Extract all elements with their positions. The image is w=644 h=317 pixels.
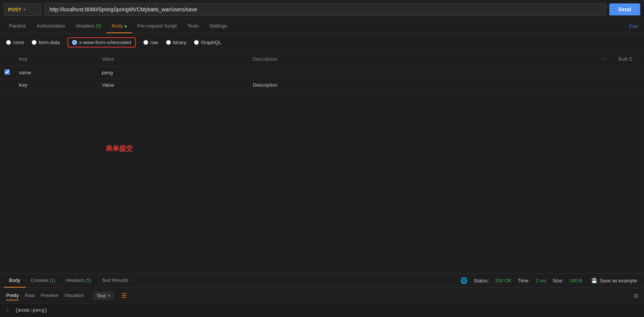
globe-icon: 🌐 [460,277,468,284]
annotation-text: 表单提交 [106,144,133,153]
tab-authorization[interactable]: Authorization [31,19,71,33]
format-chevron-icon: ▾ [108,293,110,298]
tab-pre-request[interactable]: Pre-request Script [132,19,182,33]
status-value: 200 OK [495,278,512,283]
response-panel: Body Cookies (1) Headers (5) Test Result… [0,273,644,317]
response-tab-cookies[interactable]: Cookies (1) [26,274,61,288]
table-row: name peng [0,66,644,79]
row-value-cell[interactable]: peng [97,66,248,79]
response-tab-body[interactable]: Body [4,274,26,288]
cookies-link[interactable]: Coo [627,20,640,33]
radio-form-data[interactable]: form-data [32,40,60,45]
response-headers-badge: (5) [85,278,91,283]
url-bar: POST ▾ Send [0,0,644,19]
body-dot-icon [124,25,127,28]
desc-placeholder[interactable]: Description [248,79,595,91]
save-icon: 💾 [591,278,597,283]
key-placeholder[interactable]: Key [14,79,97,91]
radio-binary[interactable]: binary [166,40,186,45]
bulk-edit-label[interactable]: Bulk E [614,52,644,66]
form-table-area: 表单提交 Key Value Description ··· Bulk E na… [0,52,644,91]
method-select[interactable]: POST ▾ [4,3,41,16]
format-pretty[interactable]: Pretty [6,291,19,300]
format-raw[interactable]: Raw [25,291,35,300]
send-button[interactable]: Send [609,3,640,15]
word-wrap-icon[interactable]: ☰ [121,292,127,299]
url-input[interactable] [45,3,606,16]
format-row: Pretty Raw Preview Visualize Text ▾ ☰ ⧉ [0,288,644,304]
tab-tests[interactable]: Tests [182,19,204,33]
value-placeholder[interactable]: Value [97,79,248,91]
response-meta: 🌐 Status: 200 OK Time: 2 ms Size: 180 B … [460,276,640,285]
row-checkbox[interactable] [5,69,10,75]
line-number: 1 [6,308,9,313]
format-visualize[interactable]: Visualize [64,291,84,300]
code-content[interactable]: {mode:peng} [15,308,48,313]
radio-raw[interactable]: raw [143,40,158,45]
response-tab-test-results[interactable]: Test Results [97,274,134,288]
headers-badge: (9) [95,23,101,29]
copy-icon[interactable]: ⧉ [634,292,638,299]
code-area: 1 {mode:peng} [0,304,644,317]
save-as-example-button[interactable]: 💾 Save as example [588,276,640,285]
status-label: Status: [474,278,489,283]
row-desc-cell[interactable] [248,66,595,79]
body-type-row: none form-data x-www-form-urlencoded raw… [0,34,644,52]
form-params-table: Key Value Description ··· Bulk E name pe… [0,52,644,91]
method-chevron-icon: ▾ [23,8,25,12]
size-value: 180 B [569,278,582,283]
col-desc-header: Description [248,52,595,66]
tab-headers[interactable]: Headers (9) [71,19,106,33]
request-tabs: Params Authorization Headers (9) Body Pr… [0,19,644,34]
tab-params[interactable]: Params [4,19,31,33]
response-tab-headers[interactable]: Headers (5) [61,274,97,288]
time-value: 2 ms [536,278,546,283]
radio-graphql[interactable]: GraphQL [194,40,221,45]
row-key-cell[interactable]: name [14,66,97,79]
tab-body[interactable]: Body [106,19,132,33]
more-options-btn[interactable]: ··· [595,52,614,66]
table-placeholder-row: Key Value Description [0,79,644,91]
col-value-header: Value [97,52,248,66]
radio-none[interactable]: none [6,40,24,45]
time-label: Time: [518,278,530,283]
tab-settings[interactable]: Settings [204,19,232,33]
method-label: POST [8,7,21,12]
text-format-label: Text [97,293,106,299]
text-format-select[interactable]: Text ▾ [93,291,114,300]
row-checkbox-cell[interactable] [0,66,14,79]
format-preview[interactable]: Preview [41,291,58,300]
radio-x-www-form-urlencoded[interactable]: x-www-form-urlencoded [68,37,136,47]
response-tabs-row: Body Cookies (1) Headers (5) Test Result… [0,274,644,288]
cookies-count-badge: (1) [49,278,55,283]
size-label: Size: [552,278,563,283]
col-key-header: Key [14,52,97,66]
